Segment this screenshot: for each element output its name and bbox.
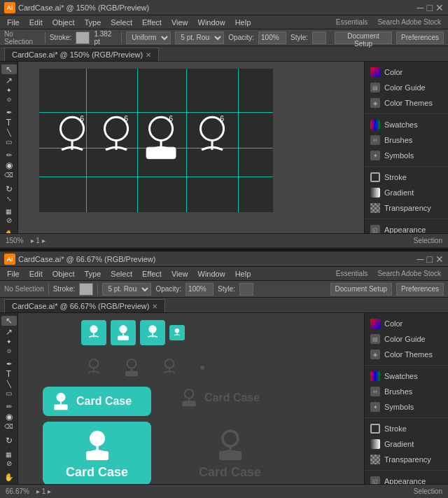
tool-magic-wand[interactable]: ✦ xyxy=(1,87,17,94)
weight-select-bottom[interactable]: 5 pt. Round xyxy=(102,283,151,296)
tool-lasso[interactable]: ⌾ xyxy=(1,95,17,103)
menu-type-bottom[interactable]: Type xyxy=(80,268,106,279)
tool-pen-bottom[interactable]: ✒ xyxy=(1,360,17,368)
panel-color-guide-bottom[interactable]: ▤ Color Guide xyxy=(365,331,448,347)
stroke-color-top[interactable] xyxy=(76,32,90,44)
tool-scale[interactable]: ⤡ xyxy=(1,195,17,202)
top-canvas[interactable]: 6 6 xyxy=(18,62,364,233)
tool-rotate[interactable]: ↻ xyxy=(1,184,17,194)
panel-gradient-top[interactable]: Gradient xyxy=(365,185,448,200)
search-stock-top[interactable]: Search Adobe Stock xyxy=(373,18,445,26)
tool-line[interactable]: ╲ xyxy=(1,129,17,137)
tool-selection-bottom[interactable]: ↖ xyxy=(1,316,17,326)
panel-stroke-top[interactable]: Stroke xyxy=(365,170,448,185)
tool-line-bottom[interactable]: ╲ xyxy=(1,380,17,388)
panel-gradient-bottom[interactable]: Gradient xyxy=(365,436,448,452)
card-case-teal-btn[interactable]: Card Case xyxy=(43,387,151,416)
tool-blob-brush[interactable]: ◉ xyxy=(1,160,17,170)
tool-zoom-bottom[interactable]: ⊕ xyxy=(1,483,17,484)
tool-gradient[interactable]: ▦ xyxy=(1,208,17,215)
tool-selection[interactable]: ↖ xyxy=(1,64,17,74)
document-setup-btn-bottom[interactable]: Document Setup xyxy=(330,283,393,296)
menu-edit-top[interactable]: Edit xyxy=(25,17,47,28)
tool-blob-brush-bottom[interactable]: ◉ xyxy=(1,412,17,422)
tool-magic-wand-bottom[interactable]: ✦ xyxy=(1,338,17,345)
menu-object-top[interactable]: Object xyxy=(48,17,79,28)
menu-object-bottom[interactable]: Object xyxy=(48,268,79,279)
tool-hand-bottom[interactable]: ✋ xyxy=(1,473,17,482)
bottom-file-tab[interactable]: CardCase.ai* @ 66.67% (RGB/Preview) ✕ xyxy=(4,299,165,312)
document-setup-btn-top[interactable]: Document Setup xyxy=(335,32,392,44)
menu-help-top[interactable]: Help xyxy=(231,17,255,28)
tool-rectangle-bottom[interactable]: ▭ xyxy=(1,389,17,397)
panel-color-themes-bottom[interactable]: ◈ Color Themes xyxy=(365,347,448,362)
top-file-tab[interactable]: CardCase.ai* @ 150% (RGB/Preview) ✕ xyxy=(4,48,159,61)
tool-type-bottom[interactable]: T xyxy=(1,369,17,379)
close-btn-bottom[interactable]: ✕ xyxy=(435,254,444,265)
panel-color-themes-top[interactable]: ◈ Color Themes xyxy=(365,95,448,111)
menu-select-top[interactable]: Select xyxy=(106,17,136,28)
tool-rectangle[interactable]: ▭ xyxy=(1,138,17,146)
tool-direct-selection-bottom[interactable]: ↗ xyxy=(1,327,17,337)
minimize-btn-bottom[interactable]: ─ xyxy=(417,254,424,265)
preferences-btn-bottom[interactable]: Preferences xyxy=(396,283,444,296)
panel-brushes-bottom[interactable]: ✏ Brushes xyxy=(365,384,448,399)
panel-swatches-top[interactable]: Swatches xyxy=(365,117,448,132)
panel-color-top[interactable]: Color xyxy=(365,64,448,80)
tool-type[interactable]: T xyxy=(1,118,17,127)
stroke-color-bottom[interactable] xyxy=(79,283,93,296)
weight-select-top[interactable]: 5 pt. Round xyxy=(175,32,224,44)
menu-view-bottom[interactable]: View xyxy=(167,268,192,279)
preferences-btn-top[interactable]: Preferences xyxy=(396,32,444,44)
card-case-large-teal-box[interactable]: Card Case xyxy=(43,422,151,484)
bottom-canvas[interactable]: Card Case Card Case xyxy=(18,313,364,484)
tool-paintbrush-bottom[interactable]: ✏ xyxy=(1,403,17,410)
bottom-tab-close[interactable]: ✕ xyxy=(152,303,158,310)
menu-view-top[interactable]: View xyxy=(167,17,192,28)
menu-effect-bottom[interactable]: Effect xyxy=(138,268,166,279)
essentials-label-bottom[interactable]: Essentials xyxy=(332,270,372,277)
panel-color-guide-top[interactable]: ▤ Color Guide xyxy=(365,80,448,95)
maximize-btn-top[interactable]: □ xyxy=(427,2,433,13)
tool-hand[interactable]: ✋ xyxy=(1,230,17,233)
menu-file-top[interactable]: File xyxy=(3,17,24,28)
panel-transparency-bottom[interactable]: Transparency xyxy=(365,452,448,467)
panel-swatches-bottom[interactable]: Swatches xyxy=(365,368,448,384)
tool-eyedropper[interactable]: ⊘ xyxy=(1,216,17,224)
tool-paintbrush[interactable]: ✏ xyxy=(1,151,17,159)
menu-select-bottom[interactable]: Select xyxy=(106,268,136,279)
tool-eraser-bottom[interactable]: ⌫ xyxy=(1,423,17,430)
panel-symbols-top[interactable]: ✦ Symbols xyxy=(365,148,448,163)
close-btn-top[interactable]: ✕ xyxy=(435,2,444,13)
panel-stroke-bottom[interactable]: Stroke xyxy=(365,421,448,436)
menu-effect-top[interactable]: Effect xyxy=(138,17,166,28)
maximize-btn-bottom[interactable]: □ xyxy=(427,254,433,265)
panel-brushes-top[interactable]: ✏ Brushes xyxy=(365,132,448,148)
menu-type-top[interactable]: Type xyxy=(80,17,106,28)
menu-file-bottom[interactable]: File xyxy=(3,268,24,279)
menu-edit-bottom[interactable]: Edit xyxy=(25,268,47,279)
menu-window-bottom[interactable]: Window xyxy=(194,268,230,279)
style-select-top[interactable]: Uniform xyxy=(126,32,171,44)
style2-input-bottom[interactable] xyxy=(239,283,253,296)
panel-appearance-top[interactable]: ◱ Appearance xyxy=(365,222,448,233)
search-stock-bottom[interactable]: Search Adobe Stock xyxy=(373,270,445,277)
top-tab-close[interactable]: ✕ xyxy=(146,51,151,59)
tool-lasso-bottom[interactable]: ⌾ xyxy=(1,347,17,354)
tool-pen[interactable]: ✒ xyxy=(1,109,17,116)
essentials-label-top[interactable]: Essentials xyxy=(332,18,372,26)
panel-symbols-bottom[interactable]: ✦ Symbols xyxy=(365,399,448,415)
style2-input-top[interactable] xyxy=(312,32,326,44)
tool-eyedropper-bottom[interactable]: ⊘ xyxy=(1,459,17,467)
opacity-input-top[interactable] xyxy=(258,32,286,44)
panel-color-bottom[interactable]: Color xyxy=(365,316,448,331)
panel-appearance-bottom[interactable]: ◱ Appearance xyxy=(365,473,448,484)
tool-rotate-bottom[interactable]: ↻ xyxy=(1,436,17,445)
tool-direct-selection[interactable]: ↗ xyxy=(1,76,17,85)
opacity-input-bottom[interactable] xyxy=(186,283,214,296)
minimize-btn-top[interactable]: ─ xyxy=(417,2,424,13)
menu-help-bottom[interactable]: Help xyxy=(231,268,255,279)
tool-gradient-bottom[interactable]: ▦ xyxy=(1,451,17,458)
menu-window-top[interactable]: Window xyxy=(194,17,230,28)
panel-transparency-top[interactable]: Transparency xyxy=(365,200,448,216)
